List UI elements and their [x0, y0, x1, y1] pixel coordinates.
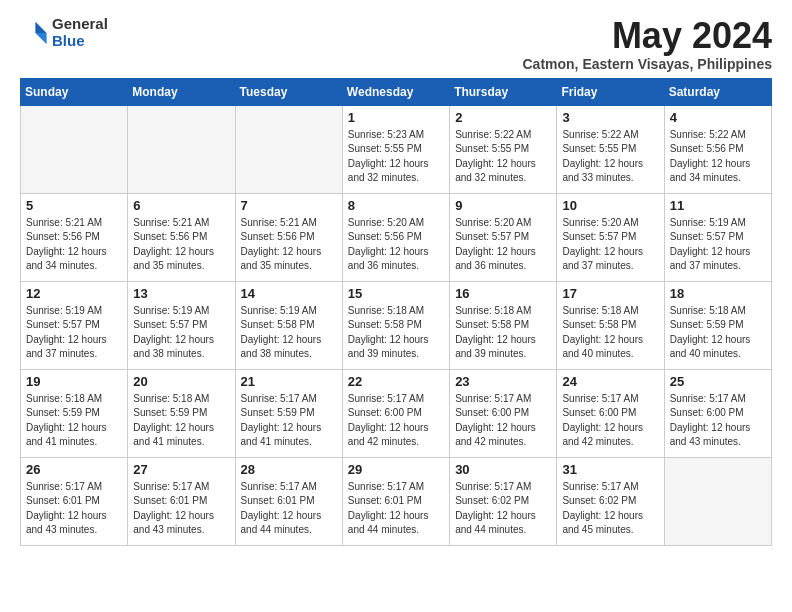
title-block: May 2024 Catmon, Eastern Visayas, Philip… — [523, 16, 773, 72]
col-header-tuesday: Tuesday — [235, 78, 342, 105]
day-number: 19 — [26, 374, 122, 389]
day-info: Sunrise: 5:21 AMSunset: 5:56 PMDaylight:… — [241, 216, 337, 274]
day-info: Sunrise: 5:17 AMSunset: 6:00 PMDaylight:… — [562, 392, 658, 450]
col-header-friday: Friday — [557, 78, 664, 105]
logo-general-text: General — [52, 16, 108, 33]
calendar-week-row: 19Sunrise: 5:18 AMSunset: 5:59 PMDayligh… — [21, 369, 772, 457]
day-info: Sunrise: 5:22 AMSunset: 5:56 PMDaylight:… — [670, 128, 766, 186]
calendar-week-row: 1Sunrise: 5:23 AMSunset: 5:55 PMDaylight… — [21, 105, 772, 193]
col-header-sunday: Sunday — [21, 78, 128, 105]
logo-blue-text: Blue — [52, 33, 108, 50]
calendar-cell: 20Sunrise: 5:18 AMSunset: 5:59 PMDayligh… — [128, 369, 235, 457]
day-info: Sunrise: 5:17 AMSunset: 6:00 PMDaylight:… — [455, 392, 551, 450]
day-number: 5 — [26, 198, 122, 213]
calendar-cell: 31Sunrise: 5:17 AMSunset: 6:02 PMDayligh… — [557, 457, 664, 545]
day-number: 29 — [348, 462, 444, 477]
calendar-cell: 29Sunrise: 5:17 AMSunset: 6:01 PMDayligh… — [342, 457, 449, 545]
svg-marker-0 — [35, 21, 46, 32]
day-info: Sunrise: 5:17 AMSunset: 6:02 PMDaylight:… — [562, 480, 658, 538]
day-number: 14 — [241, 286, 337, 301]
day-info: Sunrise: 5:20 AMSunset: 5:57 PMDaylight:… — [455, 216, 551, 274]
day-info: Sunrise: 5:17 AMSunset: 6:02 PMDaylight:… — [455, 480, 551, 538]
day-number: 6 — [133, 198, 229, 213]
col-header-wednesday: Wednesday — [342, 78, 449, 105]
day-info: Sunrise: 5:18 AMSunset: 5:58 PMDaylight:… — [348, 304, 444, 362]
calendar-cell: 12Sunrise: 5:19 AMSunset: 5:57 PMDayligh… — [21, 281, 128, 369]
day-info: Sunrise: 5:19 AMSunset: 5:57 PMDaylight:… — [26, 304, 122, 362]
day-number: 17 — [562, 286, 658, 301]
day-info: Sunrise: 5:17 AMSunset: 6:00 PMDaylight:… — [348, 392, 444, 450]
day-info: Sunrise: 5:17 AMSunset: 6:01 PMDaylight:… — [26, 480, 122, 538]
calendar-cell: 18Sunrise: 5:18 AMSunset: 5:59 PMDayligh… — [664, 281, 771, 369]
day-number: 20 — [133, 374, 229, 389]
month-year-title: May 2024 — [523, 16, 773, 56]
col-header-thursday: Thursday — [450, 78, 557, 105]
calendar-table: SundayMondayTuesdayWednesdayThursdayFrid… — [20, 78, 772, 546]
calendar-cell: 2Sunrise: 5:22 AMSunset: 5:55 PMDaylight… — [450, 105, 557, 193]
day-number: 16 — [455, 286, 551, 301]
calendar-cell: 7Sunrise: 5:21 AMSunset: 5:56 PMDaylight… — [235, 193, 342, 281]
calendar-cell: 24Sunrise: 5:17 AMSunset: 6:00 PMDayligh… — [557, 369, 664, 457]
calendar-cell: 15Sunrise: 5:18 AMSunset: 5:58 PMDayligh… — [342, 281, 449, 369]
day-number: 30 — [455, 462, 551, 477]
calendar-week-row: 5Sunrise: 5:21 AMSunset: 5:56 PMDaylight… — [21, 193, 772, 281]
day-info: Sunrise: 5:17 AMSunset: 6:01 PMDaylight:… — [133, 480, 229, 538]
logo-icon — [20, 19, 48, 47]
day-number: 24 — [562, 374, 658, 389]
calendar-cell: 9Sunrise: 5:20 AMSunset: 5:57 PMDaylight… — [450, 193, 557, 281]
day-number: 26 — [26, 462, 122, 477]
calendar-week-row: 26Sunrise: 5:17 AMSunset: 6:01 PMDayligh… — [21, 457, 772, 545]
svg-marker-1 — [35, 33, 46, 44]
day-info: Sunrise: 5:17 AMSunset: 5:59 PMDaylight:… — [241, 392, 337, 450]
day-number: 11 — [670, 198, 766, 213]
calendar-cell: 23Sunrise: 5:17 AMSunset: 6:00 PMDayligh… — [450, 369, 557, 457]
day-number: 31 — [562, 462, 658, 477]
calendar-cell: 16Sunrise: 5:18 AMSunset: 5:58 PMDayligh… — [450, 281, 557, 369]
col-header-monday: Monday — [128, 78, 235, 105]
day-info: Sunrise: 5:19 AMSunset: 5:57 PMDaylight:… — [133, 304, 229, 362]
calendar-cell: 21Sunrise: 5:17 AMSunset: 5:59 PMDayligh… — [235, 369, 342, 457]
day-number: 25 — [670, 374, 766, 389]
calendar-header-row: SundayMondayTuesdayWednesdayThursdayFrid… — [21, 78, 772, 105]
day-number: 4 — [670, 110, 766, 125]
day-info: Sunrise: 5:18 AMSunset: 5:59 PMDaylight:… — [670, 304, 766, 362]
page-header: General Blue May 2024 Catmon, Eastern Vi… — [20, 16, 772, 72]
day-number: 3 — [562, 110, 658, 125]
calendar-cell — [21, 105, 128, 193]
day-number: 13 — [133, 286, 229, 301]
day-number: 8 — [348, 198, 444, 213]
calendar-cell — [235, 105, 342, 193]
location-subtitle: Catmon, Eastern Visayas, Philippines — [523, 56, 773, 72]
day-number: 18 — [670, 286, 766, 301]
day-info: Sunrise: 5:22 AMSunset: 5:55 PMDaylight:… — [562, 128, 658, 186]
calendar-cell: 6Sunrise: 5:21 AMSunset: 5:56 PMDaylight… — [128, 193, 235, 281]
calendar-cell: 5Sunrise: 5:21 AMSunset: 5:56 PMDaylight… — [21, 193, 128, 281]
calendar-cell: 26Sunrise: 5:17 AMSunset: 6:01 PMDayligh… — [21, 457, 128, 545]
day-info: Sunrise: 5:17 AMSunset: 6:00 PMDaylight:… — [670, 392, 766, 450]
day-number: 28 — [241, 462, 337, 477]
day-info: Sunrise: 5:18 AMSunset: 5:59 PMDaylight:… — [133, 392, 229, 450]
calendar-cell: 19Sunrise: 5:18 AMSunset: 5:59 PMDayligh… — [21, 369, 128, 457]
calendar-cell: 3Sunrise: 5:22 AMSunset: 5:55 PMDaylight… — [557, 105, 664, 193]
day-number: 1 — [348, 110, 444, 125]
day-info: Sunrise: 5:17 AMSunset: 6:01 PMDaylight:… — [241, 480, 337, 538]
calendar-cell: 30Sunrise: 5:17 AMSunset: 6:02 PMDayligh… — [450, 457, 557, 545]
day-info: Sunrise: 5:18 AMSunset: 5:58 PMDaylight:… — [562, 304, 658, 362]
day-number: 21 — [241, 374, 337, 389]
day-number: 10 — [562, 198, 658, 213]
logo: General Blue — [20, 16, 108, 49]
day-info: Sunrise: 5:21 AMSunset: 5:56 PMDaylight:… — [26, 216, 122, 274]
day-info: Sunrise: 5:20 AMSunset: 5:56 PMDaylight:… — [348, 216, 444, 274]
day-number: 2 — [455, 110, 551, 125]
day-info: Sunrise: 5:19 AMSunset: 5:57 PMDaylight:… — [670, 216, 766, 274]
calendar-cell: 28Sunrise: 5:17 AMSunset: 6:01 PMDayligh… — [235, 457, 342, 545]
col-header-saturday: Saturday — [664, 78, 771, 105]
calendar-cell: 14Sunrise: 5:19 AMSunset: 5:58 PMDayligh… — [235, 281, 342, 369]
calendar-cell: 10Sunrise: 5:20 AMSunset: 5:57 PMDayligh… — [557, 193, 664, 281]
calendar-cell: 8Sunrise: 5:20 AMSunset: 5:56 PMDaylight… — [342, 193, 449, 281]
day-info: Sunrise: 5:21 AMSunset: 5:56 PMDaylight:… — [133, 216, 229, 274]
calendar-cell: 11Sunrise: 5:19 AMSunset: 5:57 PMDayligh… — [664, 193, 771, 281]
calendar-cell: 27Sunrise: 5:17 AMSunset: 6:01 PMDayligh… — [128, 457, 235, 545]
day-number: 22 — [348, 374, 444, 389]
calendar-cell: 4Sunrise: 5:22 AMSunset: 5:56 PMDaylight… — [664, 105, 771, 193]
